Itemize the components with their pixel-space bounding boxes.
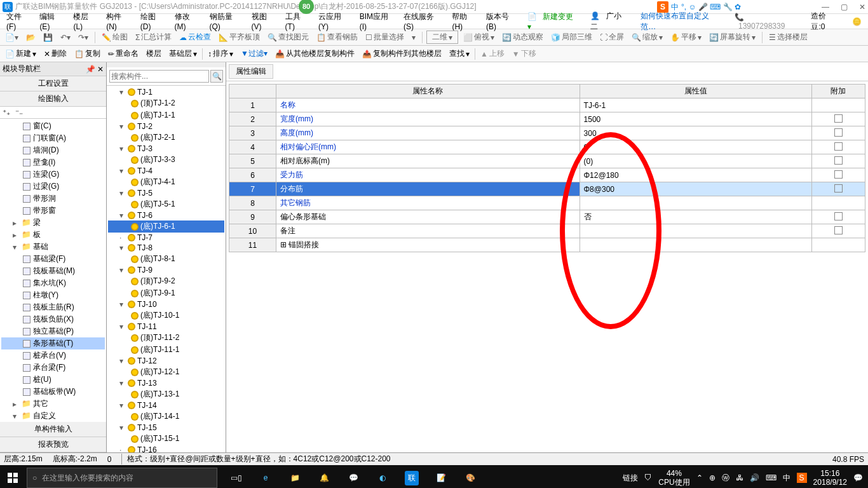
dynamic-button[interactable]: 🔄动态观察 — [499, 31, 546, 43]
mid-tree-node[interactable]: ▾ TJ-10 — [108, 299, 224, 309]
mid-tree-child[interactable]: (顶)TJ-1-2 — [108, 97, 224, 109]
beans-label[interactable]: 造价豆:0 — [807, 10, 843, 34]
menu-online[interactable]: 在线服务(S) — [400, 10, 447, 32]
dim-select[interactable]: 二维 ▾ — [426, 30, 458, 44]
prop-tab[interactable]: 属性编辑 — [229, 64, 273, 79]
table-row[interactable]: 10 备注 — [229, 224, 865, 238]
tray-clock[interactable]: 15:162018/9/12 — [813, 469, 847, 487]
tab-plus[interactable]: ⁺₊ — [1, 108, 11, 117]
tb2-filter[interactable]: ▼过滤▾ — [238, 48, 270, 60]
table-row[interactable]: 11 ⊞ 锚固搭接 — [229, 238, 865, 252]
mid-tree-node[interactable]: ▾ TJ-1 — [108, 87, 224, 97]
tree-item[interactable]: 带形洞 — [1, 193, 105, 205]
table-row[interactable]: 9 偏心条形基础 否 — [229, 210, 865, 224]
tray-sogou-icon[interactable]: S — [797, 473, 807, 483]
tree-item[interactable]: 集水坑(K) — [1, 277, 105, 289]
mid-tree-node[interactable]: ▾ TJ-8 — [108, 243, 224, 253]
rotate-button[interactable]: 🔄屏幕旋转▾ — [707, 31, 758, 43]
tb2-rename[interactable]: ✏重命名 — [105, 48, 141, 60]
tb2-copy[interactable]: 📋复制 — [72, 48, 103, 60]
app-edge[interactable]: e — [252, 465, 280, 488]
table-row[interactable]: 5 相对底标高(m) (0) — [229, 154, 865, 168]
mid-tree-child[interactable]: (顶)TJ-11-2 — [108, 332, 224, 344]
find-button[interactable]: 🔍查找图元 — [265, 31, 311, 43]
tb2-down[interactable]: ▼下移 — [510, 48, 539, 60]
tree-folder[interactable]: ▸📁 其它 — [1, 398, 105, 410]
undo-icon[interactable]: ↶▾ — [58, 32, 73, 43]
mid-tree-node[interactable]: ▾ TJ-2 — [108, 121, 224, 132]
app-paint[interactable]: 🎨 — [456, 465, 484, 488]
mid-tree-node[interactable]: ▾ TJ-13 — [108, 378, 224, 388]
local3d-button[interactable]: 🧊局部三维 — [548, 31, 595, 43]
tree-item[interactable]: 柱墩(Y) — [1, 289, 105, 301]
menu-rebar[interactable]: 钢筋量(Q) — [206, 10, 247, 32]
mid-tree-child[interactable]: (底)TJ-8-1 — [108, 253, 224, 265]
mid-tree-child[interactable]: (顶)TJ-9-2 — [108, 275, 224, 287]
app-glodon[interactable]: 联 — [398, 465, 426, 488]
pan-button[interactable]: ✋平移▾ — [668, 31, 704, 43]
tb2-copyfrom[interactable]: 📥从其他楼层复制构件 — [273, 48, 357, 60]
table-row[interactable]: 4 相对偏心距(mm) 0 — [229, 140, 865, 154]
tray-notifications-icon[interactable]: 💬 — [853, 473, 863, 482]
mid-tree-node[interactable]: ▾ TJ-9 — [108, 265, 224, 275]
mid-tree-child[interactable]: (底)TJ-5-1 — [108, 198, 224, 210]
tree-folder[interactable]: ▸📁 板 — [1, 229, 105, 241]
tray-cloud-icon[interactable]: ⓦ — [722, 473, 729, 484]
mid-tree-child[interactable]: (底)TJ-3-3 — [108, 154, 224, 166]
app-notepad[interactable]: 📝 — [427, 465, 455, 488]
view-steel-button[interactable]: 📋查看钢筋 — [314, 31, 360, 43]
tb2-new[interactable]: 📄新建▾ — [3, 48, 39, 60]
tree-item[interactable]: 独立基础(P) — [1, 325, 105, 337]
tray-link[interactable]: 链接 — [623, 473, 638, 484]
cloud-check-button[interactable]: ☁ 云检查 — [177, 31, 214, 43]
draw-button[interactable]: ✏️绘图 — [99, 31, 130, 43]
section-report[interactable]: 报表预览 — [0, 437, 106, 452]
search-button[interactable]: 🔍 — [210, 70, 223, 83]
tray-vol-icon[interactable]: 🔊 — [750, 473, 759, 482]
tray-ime[interactable]: 中 — [783, 473, 790, 484]
user-label[interactable]: 👤 广小二 — [587, 10, 635, 34]
mid-tree-child[interactable]: (底)TJ-4-1 — [108, 176, 224, 188]
mid-tree-node[interactable]: ▾ TJ-15 — [108, 423, 224, 433]
tree-item[interactable]: 窗(C) — [1, 120, 105, 132]
more-icon[interactable]: ▾ — [409, 32, 418, 43]
menu-modify[interactable]: 修改(M) — [171, 10, 205, 32]
mid-tree-child[interactable]: (底)TJ-10-1 — [108, 309, 224, 322]
tree-folder[interactable]: ▸📁 梁 — [1, 217, 105, 229]
flat-button[interactable]: 📐平齐板顶 — [216, 31, 262, 43]
taskview-icon[interactable]: ▭▯ — [222, 465, 250, 488]
menu-bim[interactable]: BIM应用(I) — [356, 10, 398, 32]
menu-draw[interactable]: 绘图(D) — [137, 10, 170, 32]
section-draw[interactable]: 绘图输入 — [0, 92, 106, 107]
tb2-copyto[interactable]: 📤复制构件到其他楼层 — [360, 48, 444, 60]
tree-folder[interactable]: ▾📁 自定义 — [1, 410, 105, 422]
table-row[interactable]: 8 其它钢筋 — [229, 196, 865, 210]
new-file-icon[interactable]: 📄▾ — [3, 32, 21, 43]
tree-item[interactable]: 桩(U) — [1, 374, 105, 386]
fullscreen-button[interactable]: ⛶全屏 — [597, 31, 627, 43]
tree-item[interactable]: 门联窗(A) — [1, 132, 105, 144]
tree-item[interactable]: 过梁(G) — [1, 180, 105, 193]
tree-item[interactable]: 基础梁(F) — [1, 253, 105, 265]
app-wechat[interactable]: 💬 — [339, 465, 367, 488]
tree-item[interactable]: 基础板带(W) — [1, 386, 105, 398]
menu-component[interactable]: 构件(N) — [102, 10, 135, 32]
ime-mode[interactable]: 中 — [671, 2, 679, 13]
tray-icon[interactable]: ⛉ — [644, 473, 652, 482]
table-row[interactable]: 2 宽度(mm) 1500 — [229, 112, 865, 126]
tray-shield-icon[interactable]: ⊕ — [709, 473, 715, 482]
sogou-icon[interactable]: S — [657, 1, 668, 13]
menu-file[interactable]: 文件(F) — [3, 10, 34, 32]
mid-tree-child[interactable]: (底)TJ-14-1 — [108, 410, 224, 423]
tree-folder[interactable]: ▾📁 基础 — [1, 241, 105, 253]
tb2-up[interactable]: ▲上移 — [478, 48, 507, 60]
mid-tree-child[interactable]: (底)TJ-1-1 — [108, 109, 224, 121]
tree-item[interactable]: 筏板主筋(R) — [1, 301, 105, 313]
redo-icon[interactable]: ↷▾ — [76, 32, 91, 43]
mid-tree-node[interactable]: ▾ TJ-6 — [108, 210, 224, 220]
table-row[interactable]: 1 名称 TJ-6-1 — [229, 98, 865, 112]
sogou-tools[interactable]: °, ☺ 🎤 ⌨ 🔧 ✿ — [681, 3, 741, 11]
tray-keyboard-icon[interactable]: ⌨ — [766, 473, 776, 482]
mid-tree-node[interactable]: ▾ TJ-14 — [108, 400, 224, 410]
table-row[interactable]: 6 受力筋 Φ12@180 — [229, 168, 865, 182]
